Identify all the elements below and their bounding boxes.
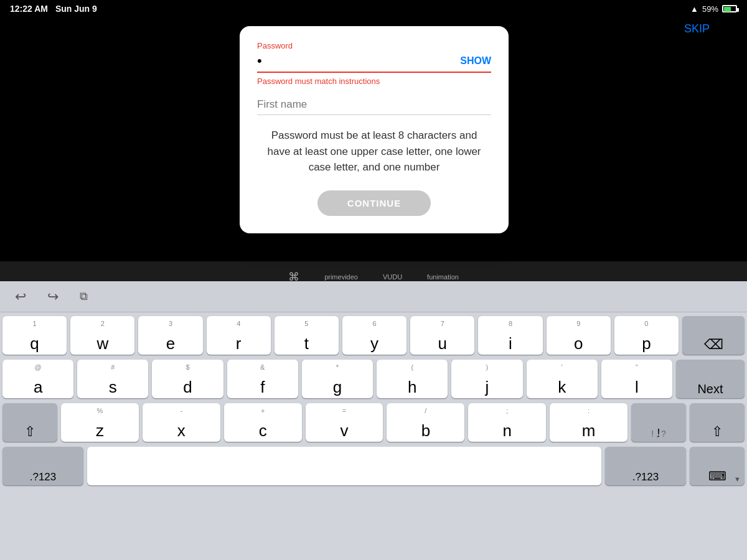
key-k[interactable]: 'k [527,360,598,398]
status-icons: ▲ 59% [690,4,737,14]
key-o[interactable]: 9o [547,316,611,355]
key-x[interactable]: -x [143,403,220,442]
undo-button[interactable]: ↩ [10,286,31,307]
keyboard-icon-key[interactable]: ⌨▼ [690,447,745,485]
keyboard-rows: 1q 2w 3e 4r 5t 6y 7u 8i 9o 0p ⌫ @a #s $d… [0,312,747,485]
key-p[interactable]: 0p [614,316,679,355]
wifi-icon: ▲ [690,4,698,14]
keyboard-row-3: ⇧ %z -x +c =v /b ;n :m !! , ? ⇧ [2,403,745,442]
key-w[interactable]: 2w [70,316,134,355]
punctuation-key[interactable]: !! , ? [631,403,686,442]
status-date: Sun Jun 9 [55,4,97,14]
skip-button[interactable]: SKIP [684,22,710,35]
keyboard-row-4: .?123 .?123 ⌨▼ [2,447,745,485]
key-j[interactable]: )j [451,360,522,398]
show-password-button[interactable]: SHOW [460,55,491,67]
key-s[interactable]: #s [77,360,148,398]
key-g[interactable]: *g [302,360,373,398]
key-z[interactable]: %z [61,403,139,442]
shift-right-key[interactable]: ⇧ [690,403,745,442]
next-key[interactable]: Next [676,360,745,398]
modal-card: Password SHOW Password must match instru… [240,26,509,233]
keyboard-row-1: 1q 2w 3e 4r 5t 6y 7u 8i 9o 0p ⌫ [2,316,745,355]
key-h[interactable]: (h [377,360,448,398]
redo-button[interactable]: ↪ [42,286,63,307]
password-instructions: Password must be at least 8 characters a… [257,128,491,175]
clipboard-button[interactable]: ⧉ [75,287,93,306]
space-key[interactable] [87,447,601,485]
key-f[interactable]: &f [227,360,298,398]
key-a[interactable]: @a [2,360,73,398]
key-c[interactable]: +c [224,403,302,442]
status-bar: 12:22 AM Sun Jun 9 ▲ 59% [0,0,747,17]
password-row: SHOW [257,53,491,73]
taskbar-vudu: VUDU [383,273,402,281]
shift-left-key[interactable]: ⇧ [2,403,57,442]
key-i[interactable]: 8i [478,316,542,355]
key-n[interactable]: ;n [468,403,546,442]
taskbar-funimation: funimation [427,273,459,281]
key-b[interactable]: /b [387,403,464,442]
key-y[interactable]: 6y [342,316,406,355]
key-l[interactable]: "l [601,360,672,398]
key-r[interactable]: 4r [207,316,271,355]
key-d[interactable]: $d [152,360,223,398]
key-u[interactable]: 7u [410,316,474,355]
delete-key[interactable]: ⌫ [682,316,745,355]
status-time: 12:22 AM [10,4,48,14]
key-m[interactable]: :m [550,403,627,442]
numbers-right-key[interactable]: .?123 [605,447,686,485]
key-q[interactable]: 1q [2,316,67,355]
keyboard-toolbar: ↩ ↪ ⧉ [0,281,747,312]
numbers-left-key[interactable]: .?123 [2,447,83,485]
firstname-input[interactable] [257,95,491,115]
keyboard-row-2: @a #s $d &f *g (h )j 'k "l Next [2,360,745,398]
battery-icon [722,5,737,12]
taskbar-prime: primevideo [324,273,358,281]
key-e[interactable]: 3e [138,316,202,355]
battery-label: 59% [702,4,718,14]
password-input[interactable] [257,53,455,69]
continue-button[interactable]: CONTINUE [317,190,431,216]
password-error: Password must match instructions [257,77,491,86]
key-v[interactable]: =v [306,403,383,442]
password-label: Password [257,41,491,50]
key-t[interactable]: 5t [275,316,339,355]
keyboard-area: ↩ ↪ ⧉ 1q 2w 3e 4r 5t 6y 7u 8i 9o 0p ⌫ @a… [0,281,747,560]
